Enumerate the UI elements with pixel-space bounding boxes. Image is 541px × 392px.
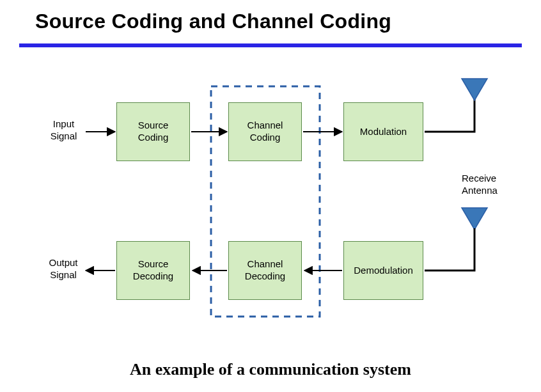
box-source-decoding: SourceDecoding: [116, 241, 190, 300]
box-channel-decoding: ChannelDecoding: [228, 241, 302, 300]
path-modulation-to-tx-antenna: [425, 99, 474, 132]
box-label: ChannelDecoding: [245, 258, 285, 283]
horizontal-rule: [19, 43, 522, 47]
box-label: SourceDecoding: [133, 258, 173, 283]
path-rx-antenna-to-demodulation: [425, 228, 474, 270]
box-label: SourceCoding: [138, 120, 169, 144]
box-modulation: Modulation: [343, 102, 423, 161]
box-label: Demodulation: [354, 265, 413, 277]
tx-antenna-icon: [462, 79, 487, 100]
label-output-signal: OutputSignal: [44, 257, 82, 281]
label-receive-antenna: ReceiveAntenna: [462, 173, 506, 197]
box-source-coding: SourceCoding: [116, 102, 190, 161]
box-label: Modulation: [360, 126, 407, 138]
rx-antenna-icon: [462, 208, 487, 230]
box-label: ChannelCoding: [247, 120, 283, 144]
label-input-signal: InputSignal: [46, 118, 81, 143]
slide-caption: An example of a communication system: [0, 360, 541, 379]
box-channel-coding: ChannelCoding: [228, 102, 302, 161]
box-demodulation: Demodulation: [343, 241, 423, 300]
communication-diagram: SourceCoding ChannelCoding Modulation So…: [40, 74, 500, 342]
slide-title: Source Coding and Channel Coding: [35, 10, 391, 33]
